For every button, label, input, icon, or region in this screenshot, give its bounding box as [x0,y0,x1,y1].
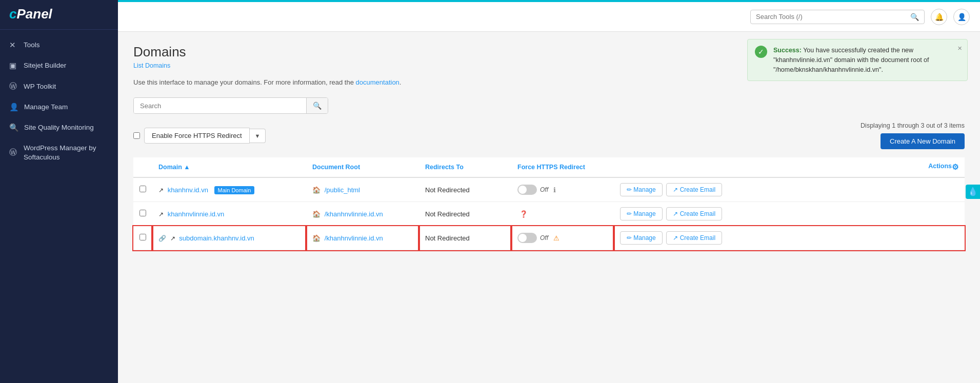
row2-https-cell: ❓ [511,202,614,226]
row1-toggle-slider [517,185,537,195]
right-action-area: Displaying 1 through 3 out of 3 items Cr… [861,122,965,149]
search-tools-bar[interactable]: 🔍 [750,10,925,24]
row3-checkbox-cell [133,226,152,250]
sidebar: cPanel ✕ Tools ▣ Sitejet Builder Ⓦ WP To… [0,0,118,383]
success-icon: ✓ [755,46,767,58]
sidebar-item-label: Sitejet Builder [24,61,66,70]
sidebar-item-label: WordPress Manager by Softaculous [24,144,109,162]
search-input[interactable] [134,98,306,113]
row2-checkbox-cell [133,202,152,226]
create-new-domain-button[interactable]: Create A New Domain [881,133,965,149]
row1-docroot-link[interactable]: /public_html [325,186,360,194]
row1-docroot-cell: 🏠 /public_html [306,177,419,202]
row1-toggle-wrap: Off ℹ [517,185,608,195]
row3-redirect-cell: Not Redirected [419,226,511,250]
row1-domain-link[interactable]: khanhnv.id.vn [168,186,208,194]
main-domain-badge: Main Domain [214,186,255,194]
row1-toggle[interactable] [517,185,537,195]
row2-manage-button[interactable]: ✏ Manage [620,207,663,220]
notification-title: Success: [773,47,802,54]
external-link-icon: ↗ [158,211,164,218]
table-row-highlighted: 🔗 ↗ subdomain.khanhnv.id.vn 🏠 /khanhnvli… [133,226,965,250]
tools-icon: ✕ [9,41,18,50]
domain-search-bar[interactable]: 🔍 [133,97,328,114]
info-icon[interactable]: ℹ [553,186,556,194]
row3-domain-link[interactable]: subdomain.khanhnv.id.vn [179,234,254,242]
row1-toggle-label: Off [540,186,548,193]
row2-docroot-link[interactable]: /khanhnvlinnie.id.vn [325,210,383,218]
sidebar-item-manage-team[interactable]: 👤 Manage Team [0,97,118,117]
domains-table: Domain ▲ Document Root Redirects To Forc… [133,157,965,250]
main-area: 🔍 🔔 👤 ✓ Success: You have successfully c… [118,0,980,383]
info-icon[interactable]: ❓ [519,210,528,218]
row3-toggle[interactable] [517,233,537,243]
row1-https-cell: Off ℹ [511,177,614,202]
row3-docroot-link[interactable]: /khanhnvlinnie.id.vn [325,234,383,242]
row3-email-button[interactable]: ↗ Create Email [666,231,722,245]
row1-domain-cell: ↗ khanhnv.id.vn Main Domain [152,177,306,202]
wp-icon: Ⓦ [9,82,18,91]
th-domain[interactable]: Domain ▲ [152,157,306,177]
table-row: ↗ khanhnvlinnie.id.vn 🏠 /khanhnvlinnie.i… [133,202,965,226]
wordpress-icon: Ⓦ [9,148,18,157]
sidebar-item-tools[interactable]: ✕ Tools [0,35,118,55]
sidebar-item-wordpress-manager[interactable]: Ⓦ WordPress Manager by Softaculous [0,138,118,167]
enable-https-dropdown-button[interactable]: ▼ [250,129,266,143]
sidebar-nav: ✕ Tools ▣ Sitejet Builder Ⓦ WP Toolkit 👤… [0,30,118,167]
row2-checkbox[interactable] [139,210,146,216]
row3-checkbox[interactable] [139,234,146,240]
table-row: ↗ khanhnv.id.vn Main Domain 🏠 /public_ht… [133,177,965,202]
notification-close-button[interactable]: × [957,44,962,52]
th-actions: Actions ⚙ [614,157,965,177]
th-checkbox [133,157,152,177]
row3-toggle-slider [517,233,537,243]
sidebar-item-label: Site Quality Monitoring [24,123,94,132]
quality-icon: 🔍 [9,123,19,132]
row2-domain-link[interactable]: khanhnvlinnie.id.vn [168,210,225,218]
sidebar-item-site-quality[interactable]: 🔍 Site Quality Monitoring [0,117,118,138]
user-icon[interactable]: 👤 [953,9,970,25]
action-row: Enable Force HTTPS Redirect ▼ Displaying… [133,122,965,149]
row3-https-cell: Off ⚠ [511,226,614,250]
search-toolbar: 🔍 [133,97,965,114]
floating-drop-icon[interactable]: 💧 [966,185,980,199]
row3-manage-button[interactable]: ✏ Manage [620,231,663,245]
sidebar-item-label: WP Toolkit [24,82,56,91]
table-body: ↗ khanhnv.id.vn Main Domain 🏠 /public_ht… [133,177,965,250]
team-icon: 👤 [9,103,19,112]
row3-toggle-label: Off [540,234,548,241]
external-link-icon: ↗ [170,235,175,242]
sidebar-item-wptoolkit[interactable]: Ⓦ WP Toolkit [0,76,118,97]
row2-actions-cell: ✏ Manage ↗ Create Email [614,202,965,226]
page-content: ✓ Success: You have successfully created… [118,32,980,383]
home-icon: 🏠 [312,234,321,242]
enable-https-button[interactable]: Enable Force HTTPS Redirect [144,128,250,144]
items-count: Displaying 1 through 3 out of 3 items [861,122,965,129]
chain-link-icon: 🔗 [158,235,166,242]
sidebar-item-sitejet[interactable]: ▣ Sitejet Builder [0,55,118,76]
row1-email-button[interactable]: ↗ Create Email [666,183,722,196]
search-tools-input[interactable] [756,13,906,21]
search-submit-button[interactable]: 🔍 [306,98,328,113]
th-https: Force HTTPS Redirect [511,157,614,177]
home-icon: 🏠 [312,210,321,218]
notifications-icon[interactable]: 🔔 [931,9,947,25]
notification-text: Success: You have successfully created t… [773,46,951,74]
row1-manage-button[interactable]: ✏ Manage [620,183,663,196]
row3-actions-cell: ✏ Manage ↗ Create Email [614,226,965,250]
row1-actions-cell: ✏ Manage ↗ Create Email [614,177,965,202]
select-all-checkbox[interactable] [133,132,140,139]
th-docroot: Document Root [306,157,419,177]
row2-email-button[interactable]: ↗ Create Email [666,207,722,220]
documentation-link[interactable]: documentation [356,78,399,86]
search-icon: 🔍 [910,13,919,21]
warning-icon[interactable]: ⚠ [553,234,559,242]
row2-docroot-cell: 🏠 /khanhnvlinnie.id.vn [306,202,419,226]
row1-redirect-cell: Not Redirected [419,177,511,202]
row2-domain-cell: ↗ khanhnvlinnie.id.vn [152,202,306,226]
sidebar-item-label: Manage Team [24,103,68,112]
sidebar-item-label: Tools [24,41,40,50]
row1-checkbox[interactable] [139,186,146,192]
gear-icon[interactable]: ⚙ [952,163,958,172]
home-icon: 🏠 [312,186,321,194]
